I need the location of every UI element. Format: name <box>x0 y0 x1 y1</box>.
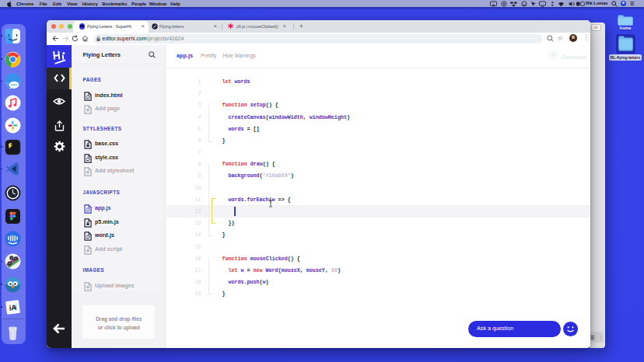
svg-text:iA: iA <box>9 302 17 312</box>
